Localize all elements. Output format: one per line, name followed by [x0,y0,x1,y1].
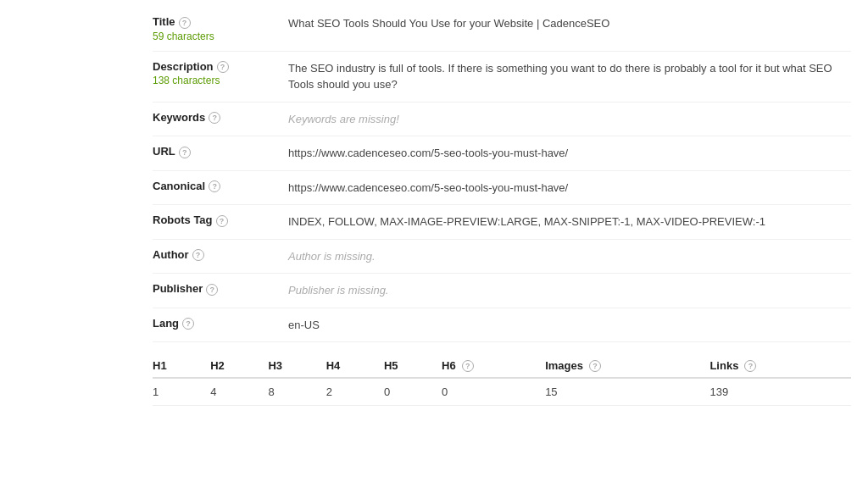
field-row-keywords: Keywords?Keywords are missing! [153,103,851,137]
label-lang: Lang [153,317,179,330]
value-robots-tag: INDEX, FOLLOW, MAX-IMAGE-PREVIEW:LARGE, … [288,214,851,230]
th-label-links: Links? [709,359,843,372]
label-col-author: Author? [153,248,288,262]
help-icon-keywords[interactable]: ? [209,112,220,124]
seo-panel: Title?59 charactersWhat SEO Tools Should… [0,0,868,413]
help-icon-url[interactable]: ? [179,147,191,158]
th-label-h6: H6? [442,359,537,372]
label-col-title: Title?59 characters [153,15,288,42]
td-h1: 1 [153,378,210,406]
td-links: 139 [709,378,851,406]
help-icon-title[interactable]: ? [179,17,191,29]
th-text-images: Images [545,359,583,372]
fields-list: Title?59 charactersWhat SEO Tools Should… [153,7,851,342]
label-author: Author [153,248,189,261]
label-canonical: Canonical [153,180,205,192]
td-h6: 0 [442,378,545,406]
value-lang: en-US [288,317,851,334]
label-description: Description [153,60,214,73]
label-title: Title [153,15,175,28]
help-icon-publisher[interactable]: ? [206,284,218,296]
char-count-title: 59 characters [153,30,288,42]
td-h5: 0 [384,378,442,406]
field-row-robots-tag: Robots Tag?INDEX, FOLLOW, MAX-IMAGE-PREV… [153,205,851,240]
th-h6: H6? [442,354,545,378]
table-header-row: H1H2H3H4H5H6?Images?Links? [153,354,851,378]
label-col-url: URL? [153,145,288,158]
th-text-h3: H3 [268,359,282,372]
label-col-description: Description?138 characters [153,60,288,87]
th-text-h5: H5 [384,359,398,372]
field-row-lang: Lang?en-US [153,308,851,343]
field-row-description: Description?138 charactersThe SEO indust… [153,52,851,103]
label-col-publisher: Publisher? [153,282,288,296]
th-images: Images? [545,354,709,378]
th-h5: H5 [384,354,442,378]
label-col-canonical: Canonical? [153,180,288,193]
th-label-h5: H5 [384,359,433,372]
label-publisher: Publisher [153,282,203,295]
seo-table: H1H2H3H4H5H6?Images?Links? 14820015139 [153,354,851,406]
td-h2: 4 [210,378,268,406]
value-url: https://www.cadenceseo.com/5-seo-tools-y… [288,145,851,162]
char-count-description: 138 characters [153,75,288,86]
td-h3: 8 [268,378,326,406]
th-label-h3: H3 [268,359,317,372]
value-publisher: Publisher is missing. [288,282,851,299]
th-text-h6: H6 [442,359,456,372]
th-h1: H1 [153,354,210,378]
th-text-links: Links [709,359,738,372]
th-label-images: Images? [545,359,701,372]
field-row-author: Author?Author is missing. [153,240,851,274]
value-description: The SEO industry is full of tools. If th… [288,60,851,93]
th-help-icon-images[interactable]: ? [589,360,601,372]
th-links: Links? [709,354,851,378]
td-images: 15 [545,378,709,406]
th-h2: H2 [210,354,268,378]
th-help-icon-h6[interactable]: ? [462,360,474,372]
help-icon-description[interactable]: ? [217,61,229,73]
th-h3: H3 [268,354,326,378]
field-row-title: Title?59 charactersWhat SEO Tools Should… [153,7,851,52]
field-row-publisher: Publisher?Publisher is missing. [153,274,851,308]
label-robots-tag: Robots Tag [153,214,213,226]
th-label-h1: H1 [153,359,202,372]
label-keywords: Keywords [153,111,205,124]
th-label-h2: H2 [210,359,259,372]
value-canonical: https://www.cadenceseo.com/5-seo-tools-y… [288,180,851,197]
headings-table-section: H1H2H3H4H5H6?Images?Links? 14820015139 [153,342,851,406]
th-text-h4: H4 [326,359,341,372]
value-keywords: Keywords are missing! [288,111,851,128]
field-row-url: URL?https://www.cadenceseo.com/5-seo-too… [153,136,851,171]
td-h4: 2 [326,378,384,406]
label-col-robots-tag: Robots Tag? [153,214,288,227]
th-label-h4: H4 [326,359,376,372]
help-icon-robots-tag[interactable]: ? [216,215,228,227]
value-title: What SEO Tools Should You Use for your W… [288,15,851,32]
table-data-row: 14820015139 [153,378,851,406]
help-icon-lang[interactable]: ? [182,318,194,330]
th-help-icon-links[interactable]: ? [744,360,756,372]
table-header-row: H1H2H3H4H5H6?Images?Links? [153,354,851,378]
th-text-h1: H1 [153,359,167,372]
label-col-lang: Lang? [153,317,288,330]
value-author: Author is missing. [288,248,851,265]
label-url: URL [153,145,175,158]
label-col-keywords: Keywords? [153,111,288,125]
help-icon-author[interactable]: ? [192,249,204,261]
help-icon-canonical[interactable]: ? [209,180,220,192]
th-text-h2: H2 [210,359,225,372]
field-row-canonical: Canonical?https://www.cadenceseo.com/5-s… [153,171,851,206]
table-body: 14820015139 [153,378,851,406]
th-h4: H4 [326,354,384,378]
